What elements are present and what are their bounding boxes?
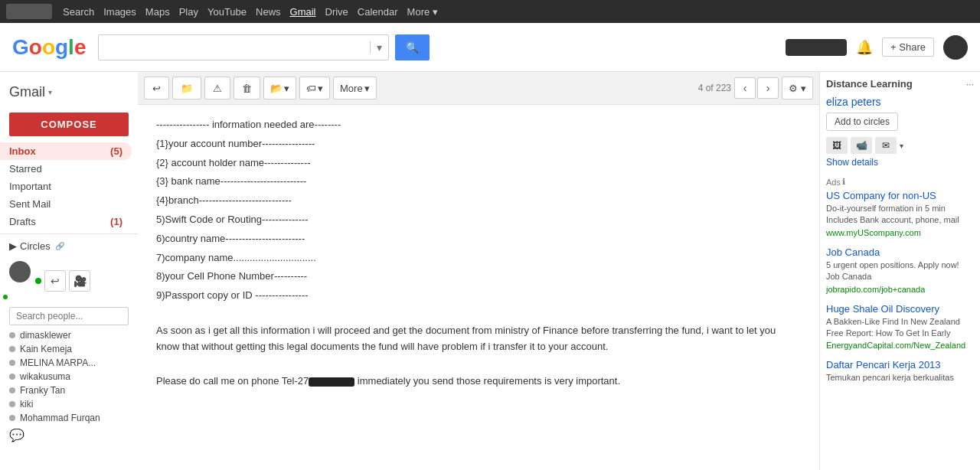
sidebar-item-drafts[interactable]: Drafts (1) (0, 213, 132, 230)
contact-action-dropdown[interactable]: ▾ (900, 142, 903, 150)
right-sidebar-header: Distance Learning ··· (826, 78, 974, 90)
ad-title-0[interactable]: US Company for non-US (826, 190, 974, 201)
email-line-0: ---------------- information needed are-… (156, 117, 801, 133)
person-name: Franky Tan (20, 385, 65, 396)
next-email-button[interactable]: › (757, 77, 779, 99)
global-search-bar[interactable]: ▾ (98, 34, 389, 60)
spam-button[interactable]: ⚠ (204, 77, 230, 100)
sent-label: Sent Mail (9, 198, 51, 210)
nav-more[interactable]: More ▾ (407, 6, 438, 18)
chat-person-kiki[interactable]: kiki (9, 397, 129, 411)
folder-button[interactable]: 📂 ▾ (263, 77, 296, 100)
ad-title-2[interactable]: Huge Shale Oil Discovery (826, 303, 974, 315)
compose-button[interactable]: COMPOSE (9, 113, 129, 136)
chat-area: ↩ 🎥 dimasklewer Kain Kemeja MELINA MARPA… (0, 255, 138, 449)
ads-label: Ads ℹ (826, 177, 974, 187)
contact-photo-icon[interactable]: 🖼 (826, 137, 848, 154)
person-name: kiki (20, 399, 33, 410)
ad-url-2[interactable]: EnergyandCapital.com/New_Zealand (826, 341, 974, 350)
nav-play[interactable]: Play (179, 6, 198, 18)
show-details-link[interactable]: Show details (826, 157, 974, 168)
more-dropdown-icon: ▾ (364, 83, 370, 94)
chat-video-button[interactable]: 🎥 (69, 270, 90, 292)
chat-call-button[interactable]: ↩ (44, 270, 66, 292)
contact-email-icon[interactable]: ✉ (875, 137, 897, 154)
ad-block-2: Huge Shale Oil Discovery A Bakken-Like F… (826, 303, 974, 351)
pagination-info: 4 of 223 (698, 83, 731, 93)
google-logo-placeholder (6, 4, 52, 19)
ad-block-1: Job Canada 5 urgent open positions. Appl… (826, 246, 974, 294)
ad-block-3: Daftar Pencari Kerja 2013 Temukan pencar… (826, 359, 974, 384)
settings-dropdown: ▾ (801, 83, 806, 94)
offline-dot (9, 401, 15, 407)
nav-divider (0, 233, 138, 234)
offline-dot (9, 374, 15, 380)
chat-person-wikakusuma[interactable]: wikakusuma (9, 370, 129, 384)
nav-youtube[interactable]: YouTube (207, 6, 247, 18)
right-sidebar-more-icon[interactable]: ··· (966, 79, 974, 90)
label-dropdown: ▾ (318, 83, 323, 94)
chat-person-dimasklewer[interactable]: dimasklewer (9, 328, 129, 342)
green-dot (35, 278, 41, 284)
ad-url-0[interactable]: www.myUScompany.com (826, 228, 974, 237)
contact-actions: 🖼 📹 ✉ ▾ (826, 137, 974, 154)
drafts-label: Drafts (9, 216, 36, 227)
sidebar-item-inbox[interactable]: Inbox (5) (0, 142, 132, 160)
chat-person-mohammadfurqan[interactable]: Mohammad Furqan (9, 411, 129, 425)
nav-maps[interactable]: Maps (145, 6, 170, 18)
contact-name[interactable]: eliza peters (826, 96, 974, 108)
delete-button[interactable]: 🗑 (234, 77, 260, 100)
chat-person-melina[interactable]: MELINA MARPA... (9, 356, 129, 370)
archive-button[interactable]: 📁 (172, 77, 201, 100)
ads-text: Ads (826, 178, 841, 187)
nav-gmail[interactable]: Gmail (290, 6, 316, 18)
ad-title-1[interactable]: Job Canada (826, 246, 974, 258)
email-line-7: 6)country name------------------------ (156, 231, 801, 247)
contact-video-icon[interactable]: 📹 (851, 137, 872, 154)
chat-bottom-icons: 💬 (9, 425, 129, 446)
gmail-dropdown-icon: ▾ (48, 88, 52, 96)
chat-person-kainkemeja[interactable]: Kain Kemeja (9, 342, 129, 356)
gmail-label: Gmail (9, 84, 45, 100)
chat-person-franktan[interactable]: Franky Tan (9, 384, 129, 397)
notifications-bell-icon[interactable]: 🔔 (856, 39, 873, 56)
label-button[interactable]: 🏷 ▾ (299, 77, 330, 100)
sidebar-item-important[interactable]: Important (0, 178, 132, 195)
starred-label: Starred (9, 163, 42, 175)
email-line-3: {2} account holder name-------------- (156, 155, 801, 171)
chat-bubble-icon[interactable]: 💬 (9, 428, 24, 442)
nav-search[interactable]: Search (63, 6, 94, 18)
ads-info-icon[interactable]: ℹ (842, 177, 845, 187)
nav-news[interactable]: News (256, 6, 281, 18)
sidebar-item-circles[interactable]: ▶ Circles 🔗 (0, 237, 138, 255)
global-search-button[interactable]: 🔍 (395, 34, 430, 60)
search-people-input[interactable] (9, 307, 129, 325)
search-dropdown-arrow[interactable]: ▾ (370, 41, 388, 54)
email-line-2: {1}your account number---------------- (156, 136, 801, 152)
settings-button[interactable]: ⚙ ▾ (782, 77, 813, 100)
global-search-input[interactable] (99, 38, 370, 57)
prev-email-button[interactable]: ‹ (734, 77, 756, 99)
user-account-blob (786, 39, 847, 56)
ad-url-1[interactable]: jobrapido.com/job+canada (826, 285, 974, 294)
sidebar-item-sent[interactable]: Sent Mail (0, 195, 132, 213)
nav-calendar[interactable]: Calendar (358, 6, 398, 18)
share-button[interactable]: + Share (882, 38, 934, 57)
nav-images[interactable]: Images (103, 6, 136, 18)
ad-title-3[interactable]: Daftar Pencari Kerja 2013 (826, 359, 974, 370)
sidebar-item-starred[interactable]: Starred (0, 160, 132, 178)
person-name: MELINA MARPA... (20, 357, 96, 368)
back-button[interactable]: ↩ (144, 77, 169, 100)
add-to-circles-button[interactable]: Add to circles (826, 113, 898, 131)
user-avatar[interactable] (943, 35, 968, 60)
gmail-title[interactable]: Gmail ▾ (0, 78, 138, 106)
email-line-8: 7)company name..........................… (156, 250, 801, 266)
inbox-label: Inbox (9, 145, 36, 157)
person-name: dimasklewer (20, 330, 71, 341)
offline-dot (9, 332, 15, 338)
ad-text-3: Temukan pencari kerja berkualitas (826, 372, 974, 384)
user-chat-row: ↩ 🎥 (9, 258, 129, 304)
header-right: 🔔 + Share (430, 35, 968, 60)
nav-drive[interactable]: Drive (325, 6, 348, 18)
more-button[interactable]: More ▾ (333, 77, 377, 100)
